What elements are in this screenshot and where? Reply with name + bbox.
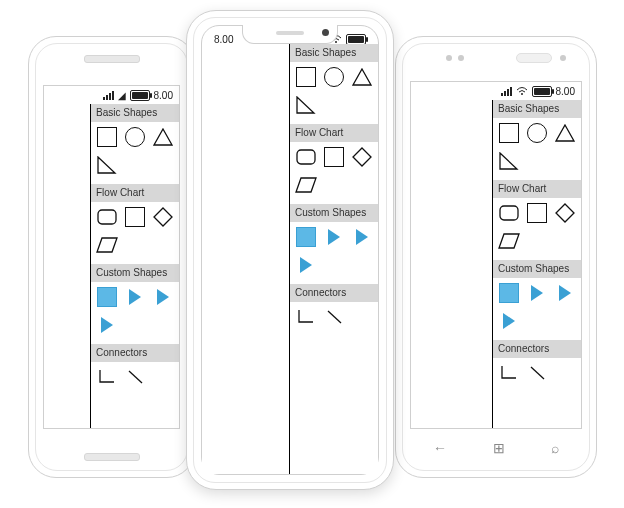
shape-rounded-rect[interactable] [96, 206, 118, 228]
shape-process[interactable] [323, 146, 345, 168]
screen-iphone: 8.00 Basic Shapes [201, 25, 379, 475]
battery-icon [130, 90, 150, 101]
shape-custom-arrow-3[interactable] [96, 314, 118, 336]
shape-data[interactable] [295, 174, 317, 196]
connector-orthogonal[interactable] [498, 362, 520, 384]
connector-orthogonal[interactable] [96, 366, 118, 388]
shape-data[interactable] [498, 230, 520, 252]
group-header-flow[interactable]: Flow Chart [493, 180, 581, 198]
nav-back-button[interactable]: ← [433, 440, 447, 456]
svg-line-5 [129, 371, 142, 383]
shape-custom-arrow-1[interactable] [323, 226, 345, 248]
shape-triangle[interactable] [351, 66, 373, 88]
svg-point-6 [521, 93, 523, 95]
group-header-basic[interactable]: Basic Shapes [91, 104, 179, 122]
home-bar [84, 453, 140, 461]
stencil-palette[interactable]: Basic Shapes Flow Chart Custom S [493, 100, 581, 428]
shape-custom-arrow-3[interactable] [498, 310, 520, 332]
group-body-custom [91, 282, 179, 344]
shape-process[interactable] [124, 206, 146, 228]
shape-process[interactable] [526, 202, 548, 224]
stencil-palette[interactable]: Basic Shapes Flow Chart Custom S [91, 104, 179, 428]
front-cam-icon [560, 55, 566, 61]
camera-icon [322, 29, 329, 36]
shape-ellipse[interactable] [526, 122, 548, 144]
diagram-canvas[interactable] [411, 100, 492, 428]
svg-marker-1 [98, 157, 115, 173]
svg-marker-10 [556, 204, 574, 222]
svg-marker-7 [556, 125, 574, 141]
shape-custom-square[interactable] [498, 282, 520, 304]
shape-data[interactable] [96, 234, 118, 256]
group-header-flow[interactable]: Flow Chart [290, 124, 378, 142]
group-header-connectors[interactable]: Connectors [493, 340, 581, 358]
group-header-connectors[interactable]: Connectors [290, 284, 378, 302]
shape-right-triangle[interactable] [96, 154, 118, 176]
svg-rect-2 [98, 210, 116, 224]
group-header-connectors[interactable]: Connectors [91, 344, 179, 362]
shape-custom-square[interactable] [96, 286, 118, 308]
content-area: Basic Shapes Flow Chart Custom S [411, 100, 581, 428]
group-body-flow [290, 142, 378, 204]
group-body-flow [91, 202, 179, 264]
shape-custom-arrow-2[interactable] [351, 226, 373, 248]
shape-rounded-rect[interactable] [498, 202, 520, 224]
shape-custom-arrow-2[interactable] [554, 282, 576, 304]
svg-line-19 [328, 311, 341, 323]
group-body-connectors [91, 362, 179, 396]
earpiece-icon [516, 53, 552, 63]
nav-search-button[interactable]: ⌕ [551, 440, 559, 456]
diagram-canvas[interactable] [202, 44, 289, 474]
status-time: 8.00 [214, 34, 233, 45]
screen-windows: 8.00 Basic Shapes Flow Chart [410, 81, 582, 429]
svg-marker-14 [353, 69, 371, 85]
phone-iphone: 8.00 Basic Shapes [186, 10, 394, 490]
shape-custom-arrow-3[interactable] [295, 254, 317, 276]
connector-straight[interactable] [323, 306, 345, 328]
shape-ellipse[interactable] [323, 66, 345, 88]
shape-rectangle[interactable] [96, 126, 118, 148]
shape-triangle[interactable] [554, 122, 576, 144]
status-time: 8.00 [556, 86, 575, 97]
shape-rectangle[interactable] [498, 122, 520, 144]
group-header-basic[interactable]: Basic Shapes [290, 44, 378, 62]
shape-ellipse[interactable] [124, 126, 146, 148]
shape-rounded-rect[interactable] [295, 146, 317, 168]
nav-home-button[interactable]: ⊞ [493, 440, 505, 456]
windows-navbar: ← ⊞ ⌕ [410, 433, 582, 463]
shape-custom-arrow-1[interactable] [124, 286, 146, 308]
group-body-basic [290, 62, 378, 124]
battery-icon [346, 34, 366, 45]
shape-custom-square[interactable] [295, 226, 317, 248]
shape-decision[interactable] [152, 206, 174, 228]
svg-marker-4 [97, 238, 117, 252]
shape-right-triangle[interactable] [295, 94, 317, 116]
svg-rect-16 [297, 150, 315, 164]
svg-point-13 [335, 41, 337, 43]
sensor-icon [458, 55, 464, 61]
svg-rect-9 [500, 206, 518, 220]
shape-custom-arrow-2[interactable] [152, 286, 174, 308]
connector-straight[interactable] [526, 362, 548, 384]
battery-icon [532, 86, 552, 97]
svg-marker-0 [154, 129, 172, 145]
shape-right-triangle[interactable] [498, 150, 520, 172]
connector-orthogonal[interactable] [295, 306, 317, 328]
content-area: Basic Shapes Flow Chart Custom S [44, 104, 179, 428]
diagram-canvas[interactable] [44, 104, 90, 428]
group-header-custom[interactable]: Custom Shapes [91, 264, 179, 282]
stencil-palette[interactable]: Basic Shapes Flow Chart Custom S [290, 44, 378, 474]
svg-marker-18 [296, 178, 316, 192]
group-header-basic[interactable]: Basic Shapes [493, 100, 581, 118]
shape-custom-arrow-1[interactable] [526, 282, 548, 304]
shape-decision[interactable] [554, 202, 576, 224]
connector-straight[interactable] [124, 366, 146, 388]
group-header-custom[interactable]: Custom Shapes [493, 260, 581, 278]
shape-rectangle[interactable] [295, 66, 317, 88]
svg-marker-15 [297, 97, 314, 113]
shape-decision[interactable] [351, 146, 373, 168]
group-header-custom[interactable]: Custom Shapes [290, 204, 378, 222]
group-header-flow[interactable]: Flow Chart [91, 184, 179, 202]
shape-triangle[interactable] [152, 126, 174, 148]
svg-marker-3 [154, 208, 172, 226]
